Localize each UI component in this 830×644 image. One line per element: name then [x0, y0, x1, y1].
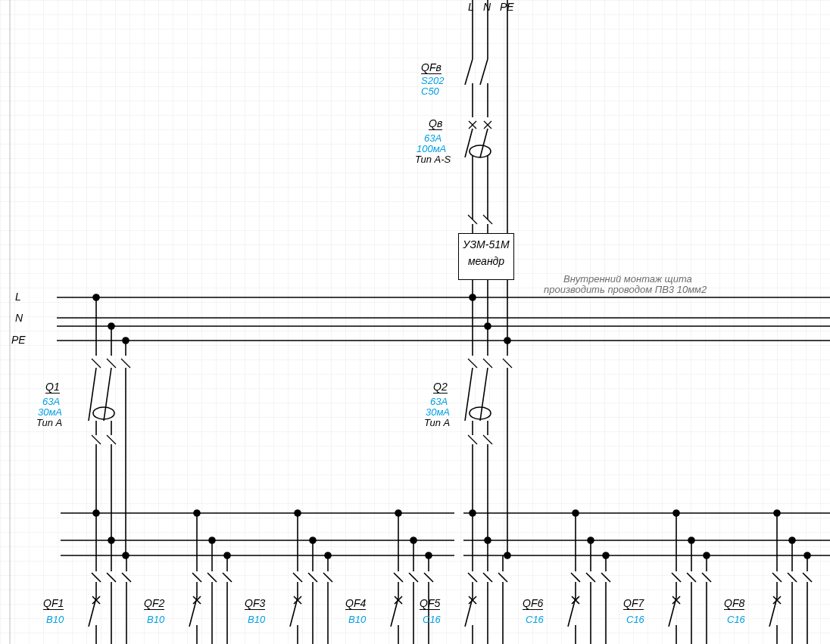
svg-line-40	[121, 359, 130, 368]
svg-line-83	[107, 573, 116, 582]
svg-line-144	[483, 573, 492, 582]
branch-id-QF2: QF2	[144, 598, 164, 610]
svg-line-116	[323, 573, 332, 582]
svg-line-63	[483, 435, 492, 444]
svg-line-136	[391, 598, 398, 627]
branch-id-QF3: QF3	[245, 598, 265, 610]
svg-line-104	[189, 598, 197, 627]
branch-spec-QF4: B10	[348, 614, 366, 625]
branch-spec-QF1: B10	[46, 614, 64, 625]
svg-line-46	[92, 435, 101, 444]
svg-line-120	[290, 598, 298, 627]
svg-line-191	[772, 573, 782, 582]
qv-type: Тип A-S	[415, 154, 451, 165]
svg-line-175	[672, 573, 681, 582]
branch-spec-QF6: C16	[526, 614, 544, 625]
svg-line-58	[480, 368, 488, 421]
svg-line-57	[465, 368, 473, 421]
q1-type: Тип A	[36, 418, 62, 428]
branch-id-QF8: QF8	[724, 598, 744, 610]
svg-line-130	[394, 573, 403, 582]
branch-spec-QF7: C16	[626, 614, 644, 625]
diagram-stage: УЗМ-51М меандр L N PE L N PE QFв S202 C5…	[0, 0, 830, 644]
branch-spec-QF8: C16	[727, 614, 745, 625]
branch-id-QF4: QF4	[345, 598, 366, 610]
q2-id: Q2	[433, 381, 448, 394]
branch-id-QF6: QF6	[523, 598, 543, 610]
svg-point-75	[123, 552, 129, 558]
q2-type: Тип A	[424, 418, 450, 428]
svg-point-78	[504, 552, 510, 558]
svg-line-55	[483, 359, 492, 368]
top-N: N	[483, 2, 491, 13]
q1-id: Q1	[45, 381, 60, 394]
svg-line-165	[568, 598, 576, 627]
branch-spec-QF5: C16	[423, 614, 441, 625]
svg-line-14	[480, 129, 488, 157]
svg-line-84	[122, 573, 131, 582]
svg-line-181	[669, 598, 676, 627]
note-2: производить проводом ПВ3 10мм2	[544, 285, 707, 295]
svg-line-6	[480, 59, 488, 85]
branch-id-QF1: QF1	[43, 598, 64, 610]
left-L: L	[15, 291, 21, 303]
svg-line-177	[702, 573, 711, 582]
svg-line-88	[89, 598, 96, 627]
svg-line-13	[465, 129, 473, 157]
svg-line-98	[192, 573, 201, 582]
svg-line-42	[104, 368, 111, 421]
schematic-svg	[0, 0, 830, 644]
uzm-box: УЗМ-51М меандр	[458, 233, 514, 280]
svg-line-159	[571, 573, 580, 582]
svg-line-161	[601, 573, 610, 582]
svg-line-160	[586, 573, 595, 582]
svg-line-132	[424, 573, 433, 582]
top-L: L	[468, 2, 474, 13]
qfv-id: QFв	[421, 62, 442, 74]
svg-line-114	[293, 573, 302, 582]
svg-line-149	[465, 598, 473, 627]
svg-line-54	[468, 359, 477, 368]
svg-line-193	[803, 573, 812, 582]
svg-line-192	[788, 573, 797, 582]
svg-line-41	[89, 368, 96, 421]
svg-line-39	[107, 359, 116, 368]
svg-line-47	[107, 435, 116, 444]
svg-line-56	[503, 359, 512, 368]
left-N: N	[15, 313, 23, 324]
svg-line-176	[687, 573, 696, 582]
uzm-line2: меандр	[459, 255, 513, 267]
branch-spec-QF3: B10	[248, 614, 265, 625]
uzm-line1: УЗМ-51М	[459, 238, 513, 250]
qfv-s2: C50	[421, 86, 439, 97]
svg-line-5	[465, 59, 473, 85]
svg-line-82	[92, 573, 101, 582]
svg-line-145	[498, 573, 507, 582]
svg-line-62	[468, 435, 477, 444]
svg-line-197	[769, 598, 777, 627]
svg-line-143	[468, 573, 477, 582]
branch-spec-QF2: B10	[147, 614, 164, 625]
svg-line-115	[308, 573, 317, 582]
left-PE: PE	[11, 334, 26, 346]
qv-id: Qв	[429, 118, 442, 130]
branch-id-QF5: QF5	[420, 598, 440, 610]
svg-line-38	[92, 359, 101, 368]
branch-id-QF7: QF7	[623, 598, 644, 610]
svg-line-100	[223, 573, 232, 582]
svg-line-99	[208, 573, 217, 582]
top-PE: PE	[500, 2, 514, 13]
svg-line-131	[409, 573, 418, 582]
